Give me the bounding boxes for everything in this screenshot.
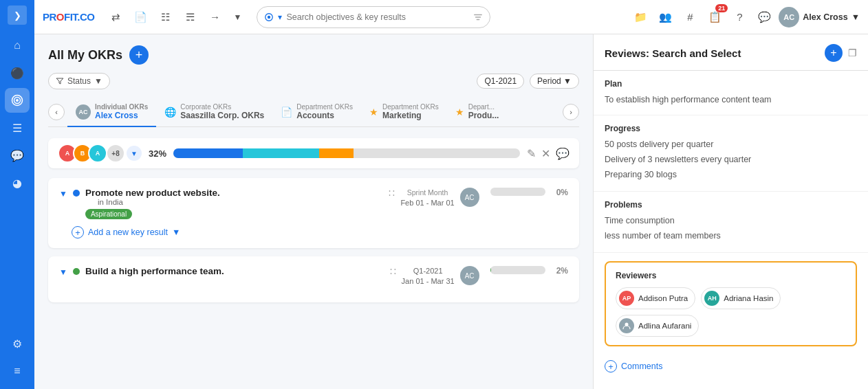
tab-corporate-okrs[interactable]: 🌐 Corporate OKRs Saaszilla Corp. OKRs — [156, 98, 272, 127]
panel-plan-section: Plan To establish high performance conte… — [594, 71, 868, 115]
okr-card-1-drag-handle[interactable]: ∷ — [389, 188, 395, 199]
add-okr-button[interactable]: + — [129, 45, 149, 65]
nav-folder-icon[interactable]: 📁 — [630, 7, 651, 27]
okr-card-1-title: Promote new product website. — [85, 188, 220, 198]
reviewer-name-0: Addison Putra — [638, 294, 688, 302]
period-badges: Q1-2021 Period ▼ — [477, 74, 579, 89]
reviewer-avatar-0: AP — [619, 291, 634, 306]
reviewer-chip-0: AP Addison Putra — [616, 287, 695, 309]
filter-funnel-icon — [56, 77, 64, 85]
avatar-stack-dropdown[interactable]: ▼ — [127, 146, 142, 161]
sidebar-chat-icon[interactable]: 💬 — [5, 143, 30, 168]
tab-individual-avatar: AC — [76, 104, 91, 120]
close-icon[interactable]: ✕ — [541, 147, 550, 160]
nav-documents-icon[interactable]: 📄 — [131, 7, 151, 27]
main-wrapper: All My OKRs + Status ▼ Q1-2021 Period ▼ … — [34, 34, 868, 389]
okr-card-2-sprint-info: Q1-2021 Jan 01 - Mar 31 — [402, 266, 455, 287]
tab-left-arrow[interactable]: ‹ — [48, 104, 65, 120]
tab-right-arrow[interactable]: › — [563, 104, 579, 120]
add-kr-dropdown-1[interactable]: ▼ — [172, 227, 180, 237]
tab-accounts-okrs[interactable]: 📄 Department OKRs Accounts — [272, 98, 361, 127]
progress-row: A B A +8 ▼ 32% ✎ ✕ 💬 — [48, 138, 579, 168]
tab-marketing-name: Marketing — [382, 111, 439, 120]
okr-card-2-progress-fill — [490, 266, 492, 274]
okr-card-2-drag-handle[interactable]: ∷ — [390, 266, 396, 277]
nav-arrows-icon[interactable]: → — [205, 7, 226, 27]
tab-individual-type: Individual OKRs — [95, 103, 148, 111]
panel-progress-title: Progress — [605, 124, 857, 133]
tab-doc-icon: 📄 — [281, 107, 292, 118]
nav-message-icon[interactable]: 💬 — [754, 7, 774, 27]
search-bar[interactable]: ▾ — [257, 6, 490, 28]
svg-point-4 — [268, 15, 270, 18]
status-filter-arrow: ▼ — [94, 76, 102, 86]
nav-notification-icon[interactable]: 📋 21 — [704, 7, 725, 27]
period-select-badge[interactable]: Period ▼ — [530, 74, 579, 89]
okr-card-2-progress-bar — [490, 266, 545, 274]
okr-card-2-title: Build a high performance team. — [85, 266, 224, 276]
user-name: Alex Cross — [803, 12, 847, 22]
sidebar-target-icon[interactable] — [5, 88, 30, 113]
tab-marketing-okrs[interactable]: ★ Department OKRs Marketing — [361, 98, 447, 127]
tab-row: ‹ AC Individual OKRs Alex Cross 🌐 Corpor… — [48, 98, 579, 127]
avatar: AC — [779, 7, 799, 27]
right-nav: 📁 👥 # 📋 21 ? 💬 AC Alex Cross ▼ — [630, 7, 860, 27]
sidebar-home-icon[interactable]: ⌂ — [5, 33, 30, 58]
sidebar-collapse-btn[interactable]: ❯ — [8, 5, 27, 25]
nav-streams-icon[interactable]: ⇄ — [106, 7, 127, 27]
okr-area: All My OKRs + Status ▼ Q1-2021 Period ▼ … — [34, 34, 593, 389]
panel-plan-text: To establish high performance content te… — [605, 93, 857, 107]
okr-card-2-collapse[interactable]: ▼ — [59, 267, 67, 277]
comments-label: Comments — [621, 362, 662, 371]
search-input[interactable] — [286, 12, 469, 22]
nav-people-icon[interactable]: 👥 — [655, 7, 675, 27]
notification-badge: 21 — [715, 4, 728, 12]
tab-individual-okrs[interactable]: AC Individual OKRs Alex Cross — [67, 98, 156, 127]
okr-card-1-sprint-label: Sprint Month — [400, 188, 454, 198]
okr-card-1-collapse[interactable]: ▼ — [59, 189, 67, 199]
tab-product-okrs[interactable]: ★ Depart... Produ... — [447, 98, 508, 127]
add-kr-label-1: Add a new key result — [88, 227, 168, 237]
tab-globe-icon: 🌐 — [164, 107, 176, 118]
filter-icon[interactable] — [473, 12, 483, 22]
svg-point-2 — [16, 99, 19, 102]
period-q-badge: Q1-2021 — [477, 74, 524, 89]
okr-card-2: ▼ Build a high performance team. ∷ Q1-20… — [48, 256, 579, 302]
comments-link[interactable]: + Comments — [605, 360, 857, 373]
tab-product-name: Produ... — [468, 111, 499, 120]
nav-grid-icon[interactable]: ☷ — [155, 7, 176, 27]
tab-marketing-star-icon: ★ — [369, 107, 378, 118]
sidebar-lightbulb-icon[interactable]: ⚫ — [5, 60, 30, 85]
panel-header: Reviews: Search and Select + ❐ — [594, 34, 868, 71]
user-dropdown-arrow: ▼ — [851, 12, 860, 22]
sidebar-gauge-icon[interactable]: ◕ — [5, 170, 30, 195]
nav-table-icon[interactable]: ☴ — [180, 7, 201, 27]
okr-card-2-owner-avatar: AC — [460, 266, 479, 285]
tab-accounts-type: Department OKRs — [296, 103, 353, 111]
sidebar-checklist-icon[interactable]: ☰ — [5, 115, 30, 140]
tab-individual-name: Alex Cross — [95, 111, 148, 120]
okr-card-1-owner-avatar: AC — [460, 188, 479, 207]
status-filter-btn[interactable]: Status ▼ — [48, 73, 110, 89]
nav-help-icon[interactable]: ? — [729, 7, 750, 27]
sidebar-settings-icon[interactable]: ⚙ — [5, 331, 30, 356]
nav-more-dropdown[interactable]: ▼ — [230, 7, 246, 27]
message-icon[interactable]: 💬 — [556, 147, 569, 160]
stack-avatar-more[interactable]: +8 — [106, 144, 125, 163]
sidebar-grid-icon[interactable]: ≡ — [5, 359, 30, 384]
reviewers-box: Reviewers AP Addison Putra AH Adriana Ha… — [605, 261, 857, 346]
panel-problems-title: Problems — [605, 200, 857, 210]
overall-progress-pct: 32% — [149, 148, 166, 159]
panel-plan-title: Plan — [605, 79, 857, 89]
tab-product-type: Depart... — [468, 103, 499, 111]
right-panel: Reviews: Search and Select + ❐ Plan To e… — [593, 34, 868, 389]
chart-icon[interactable]: ✎ — [527, 147, 536, 160]
nav-hashtag-icon[interactable]: # — [680, 7, 700, 27]
add-kr-button-1[interactable]: + Add a new key result ▼ — [72, 226, 568, 238]
user-avatar-btn[interactable]: AC Alex Cross ▼ — [779, 7, 860, 27]
top-navigation: PROFIT.CO ⇄ 📄 ☷ ☴ → ▼ ▾ 📁 👥 # 📋 21 ? 💬 A… — [34, 0, 868, 34]
okr-header: All My OKRs + — [48, 45, 579, 65]
status-filter-label: Status — [67, 76, 91, 86]
panel-add-button[interactable]: + — [825, 44, 843, 62]
panel-expand-icon[interactable]: ❐ — [848, 47, 857, 58]
